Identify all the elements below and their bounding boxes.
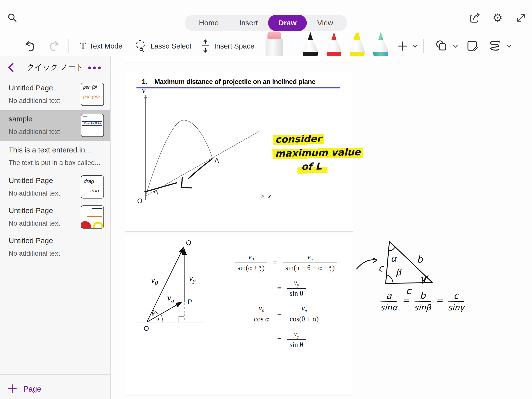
divider xyxy=(0,79,110,79)
page-title: This is a text entered in... xyxy=(9,146,91,154)
pen-black-tip xyxy=(308,32,313,40)
ink-text-line: of L xyxy=(297,160,328,174)
page-title: Untitled Page xyxy=(9,236,53,245)
equation-line-2: = vy sin θ xyxy=(221,278,337,298)
content-box-vectors[interactable]: Q P O v0 vy va θ α v0 sin(α + π2) xyxy=(125,236,353,395)
page-list-sidebar: クイック ノート Untitled Page No additional tex… xyxy=(0,56,111,399)
page-title: Untitled Page xyxy=(9,206,53,215)
squiggle-icon xyxy=(487,40,502,52)
pen-teal-band xyxy=(373,52,388,56)
trajectory-parabola xyxy=(146,120,213,196)
ribbon-tabbar: Home Insert Draw View xyxy=(185,15,347,31)
pen-red-tip xyxy=(331,32,337,40)
add-pen-button[interactable] xyxy=(397,36,418,56)
plus-icon xyxy=(7,384,17,394)
alpha-label: α xyxy=(156,315,160,322)
expand-icon xyxy=(515,11,528,24)
ink-letter-L xyxy=(182,178,192,188)
shapes-button[interactable] xyxy=(434,36,459,56)
page-pencil-icon xyxy=(466,39,479,53)
sidebar-page-item-6[interactable]: Untitled Page No additional text xyxy=(0,232,110,262)
content-box-partial xyxy=(125,56,353,62)
lasso-icon xyxy=(134,39,147,53)
thumb-ink-stroke xyxy=(92,208,102,209)
thumb-ink-shape xyxy=(93,222,103,229)
angle-alpha-label: α xyxy=(391,253,397,264)
ink-replay-button[interactable] xyxy=(466,36,479,56)
toolbar-divider xyxy=(68,39,69,53)
right-angle-mark xyxy=(179,317,184,322)
share-button[interactable] xyxy=(468,11,482,25)
pen-teal[interactable] xyxy=(373,32,389,56)
ellipsis-icon xyxy=(98,66,101,69)
add-page-label: Page xyxy=(23,385,41,394)
tab-home[interactable]: Home xyxy=(189,15,229,31)
thumb-date-line xyxy=(83,116,87,117)
thumb-ink-stroke xyxy=(87,216,102,217)
page-subtitle: No additional text xyxy=(9,250,60,257)
o-label: O xyxy=(144,325,149,332)
vy-label: vy xyxy=(189,273,196,284)
undo-icon xyxy=(24,39,37,53)
equation-line-1: v0 sin(α + π2) = va sin(π − θ − α − π2) xyxy=(221,252,337,273)
search-icon xyxy=(6,12,18,24)
thumb-ink-shape xyxy=(81,221,91,229)
tab-insert[interactable]: Insert xyxy=(229,15,268,31)
angle-beta-label: β xyxy=(396,267,402,277)
equation-block: v0 sin(α + π2) = va sin(π − θ − α − π2) xyxy=(221,252,337,355)
ink-text-line: maximum value xyxy=(272,146,363,159)
sidebar-page-item-4[interactable]: Untitled Page No additional text drag ar… xyxy=(0,172,110,202)
ink-to-shape-button[interactable] xyxy=(487,36,512,56)
thumb-title-text: Projectile Motion xyxy=(84,122,102,124)
pen-red-band xyxy=(327,52,341,56)
page-title: sample xyxy=(9,115,33,123)
pen-black[interactable] xyxy=(302,32,318,56)
side-right-label: b xyxy=(417,254,423,265)
page-subtitle: The text is put in a box called... xyxy=(9,159,100,167)
tab-draw[interactable]: Draw xyxy=(268,15,307,31)
section-more-button[interactable] xyxy=(88,64,103,71)
y-axis-label: y xyxy=(141,86,146,94)
p-label: P xyxy=(187,298,192,306)
gear-icon: ⚙ xyxy=(492,12,502,23)
eraser-tool[interactable] xyxy=(266,32,283,56)
settings-button[interactable]: ⚙ xyxy=(491,11,504,25)
sidebar-page-item-2[interactable]: sample No additional text Projectile Mot… xyxy=(0,110,110,141)
draw-toolbar: T Text Mode Lasso Select Insert Space xyxy=(0,36,532,56)
ink-triangle-sketch: α β γ c b c xyxy=(352,234,490,332)
lasso-select-button[interactable]: Lasso Select xyxy=(134,36,191,56)
page-thumbnail: pen (bl pen (ora xyxy=(81,83,104,106)
redo-button[interactable] xyxy=(47,36,61,56)
sidebar-page-item-3[interactable]: This is a text entered in... The text is… xyxy=(0,141,110,172)
eraser-body xyxy=(266,39,283,56)
thumb-ink-text: arou xyxy=(89,188,99,194)
search-button[interactable] xyxy=(5,11,19,25)
pen-red[interactable] xyxy=(326,32,342,56)
note-canvas[interactable]: 1. Maximum distance of projectile on an … xyxy=(111,56,532,399)
ink-text-line: consider xyxy=(273,133,324,146)
shapes-icon xyxy=(434,39,449,53)
page-subtitle: No additional text xyxy=(9,190,60,197)
v0-label: v0 xyxy=(151,275,158,286)
insert-space-button[interactable]: Insert Space xyxy=(200,36,254,56)
tab-view[interactable]: View xyxy=(307,15,343,31)
content-box-graph[interactable]: 1. Maximum distance of projectile on an … xyxy=(125,71,353,232)
chevron-down-icon xyxy=(506,43,512,49)
sidebar-page-item-5[interactable]: Untitled Page No additional text xyxy=(0,202,110,232)
pen-body xyxy=(373,40,389,52)
va-label: va xyxy=(167,293,174,304)
back-button[interactable] xyxy=(6,62,17,73)
sidebar-page-item-1[interactable]: Untitled Page No additional text pen (bl… xyxy=(0,79,110,110)
lasso-label: Lasso Select xyxy=(150,42,191,50)
highlighter-yellow[interactable] xyxy=(349,32,365,56)
undo-button[interactable] xyxy=(24,36,37,56)
fullscreen-button[interactable] xyxy=(514,11,528,25)
highlighter-band xyxy=(350,52,365,56)
page-subtitle: No additional text xyxy=(9,128,60,136)
add-page-button[interactable]: Page xyxy=(0,381,110,399)
toolbar-divider xyxy=(293,39,293,53)
thumb-rule xyxy=(82,121,102,122)
text-mode-button[interactable]: T Text Mode xyxy=(80,36,122,56)
chevron-down-icon xyxy=(412,43,418,49)
pen-teal-tip xyxy=(378,32,383,40)
